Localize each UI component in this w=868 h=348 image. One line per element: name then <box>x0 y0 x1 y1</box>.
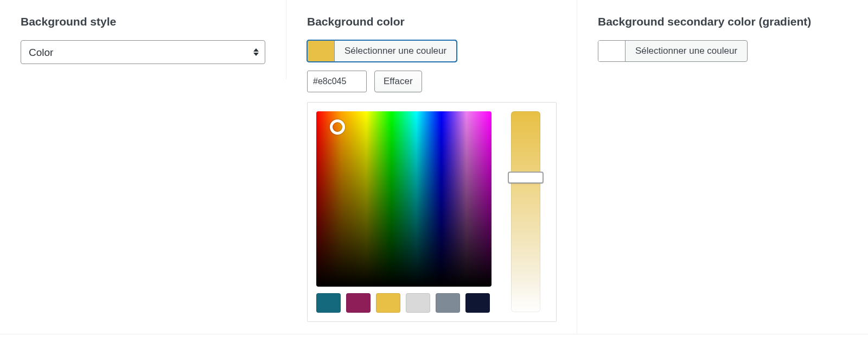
preset-swatch[interactable] <box>406 293 430 313</box>
background-secondary-section: Background secondary color (gradient) Sé… <box>577 0 868 78</box>
value-slider[interactable] <box>511 111 540 312</box>
color-swatch-icon <box>308 41 335 61</box>
background-color-section: Background color Sélectionner une couleu… <box>286 0 577 334</box>
color-select-label: Sélectionner une couleur <box>335 41 456 61</box>
background-secondary-title: Background secondary color (gradient) <box>598 15 847 28</box>
background-style-title: Background style <box>21 15 265 28</box>
background-style-section: Background style Color <box>0 0 286 79</box>
sv-cursor-icon[interactable] <box>330 119 345 135</box>
background-color-title: Background color <box>307 15 556 28</box>
background-style-select[interactable]: Color <box>21 40 265 64</box>
preset-swatch[interactable] <box>465 293 490 313</box>
color-picker-panel <box>307 102 557 322</box>
color-controls-row: Effacer <box>307 71 556 92</box>
clear-button[interactable]: Effacer <box>374 71 422 92</box>
background-secondary-select-button[interactable]: Sélectionner une couleur <box>598 40 748 62</box>
background-style-select-wrap: Color <box>21 40 265 64</box>
hex-input[interactable] <box>307 71 367 92</box>
secondary-color-select-label: Sélectionner une couleur <box>626 41 747 61</box>
preset-swatch[interactable] <box>436 293 460 313</box>
background-color-select-button[interactable]: Sélectionner une couleur <box>307 40 457 62</box>
saturation-value-area[interactable] <box>316 111 492 287</box>
value-slider-handle-icon[interactable] <box>508 172 544 184</box>
preset-swatch[interactable] <box>376 293 400 313</box>
preset-swatches <box>316 293 492 313</box>
preset-swatch[interactable] <box>316 293 341 313</box>
preset-swatch[interactable] <box>346 293 371 313</box>
color-swatch-icon <box>598 41 626 61</box>
